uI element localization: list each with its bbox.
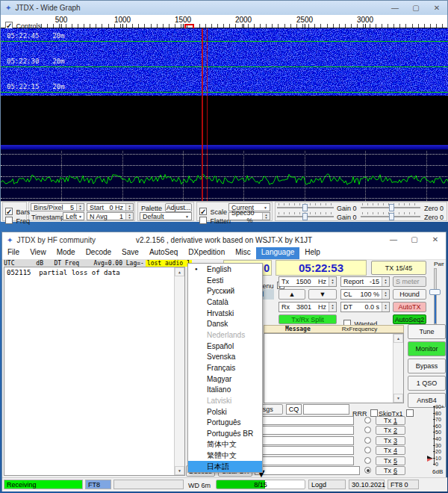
- tx-select-radio[interactable]: [364, 417, 371, 424]
- language-menu-item[interactable]: Português BR: [188, 428, 262, 439]
- bins-per-pixel-spinner[interactable]: Bins/Pixel5 ▲▼: [31, 203, 84, 211]
- language-menu-item[interactable]: Polski: [188, 406, 262, 418]
- freq-up-button[interactable]: ▲: [279, 289, 305, 300]
- tx-select-radio[interactable]: [364, 457, 371, 464]
- spin-arrows-icon[interactable]: ▲▼: [382, 277, 389, 286]
- spin-arrows-icon[interactable]: ▲▼: [125, 204, 133, 211]
- menu-item[interactable]: Misc: [230, 247, 256, 259]
- pwr-slider-thumb[interactable]: [429, 289, 441, 295]
- menu-item[interactable]: Save: [116, 247, 144, 259]
- side-button[interactable]: 1 QSO: [408, 376, 446, 391]
- menu-item[interactable]: Language: [256, 247, 300, 259]
- language-menu-item[interactable]: Русский: [188, 285, 262, 297]
- language-menu-item[interactable]: Dansk: [188, 318, 262, 329]
- wide-graph-titlebar[interactable]: ✦ JTDX - Wide Graph — ▢ ✕: [1, 1, 447, 15]
- spin-arrows-icon[interactable]: ▲▼: [76, 204, 84, 211]
- menu-item[interactable]: Mode: [52, 247, 81, 259]
- frequency-ruler[interactable]: Controls 50010001500200025003000: [1, 15, 447, 28]
- tx-select-radio[interactable]: [364, 467, 371, 474]
- spin-arrows-icon[interactable]: ▲▼: [262, 213, 270, 220]
- start-hz-spinner[interactable]: Start0 Hz ▲▼: [87, 203, 134, 211]
- autotx-button[interactable]: AutoTX: [393, 302, 426, 312]
- rx-hz-spinner[interactable]: Rx3801Hz ▲▼: [279, 302, 337, 312]
- spin-arrows-icon[interactable]: ▲▼: [125, 213, 133, 220]
- navg-spinner[interactable]: N Avg1 ▲▼: [87, 212, 134, 220]
- menu-item[interactable]: View: [25, 247, 52, 259]
- spec-spinner[interactable]: Spec30 % ▲▼: [228, 212, 270, 220]
- spin-arrows-icon[interactable]: ▲▼: [382, 290, 389, 299]
- scroll-down-icon[interactable]: ▼: [393, 394, 403, 403]
- autoseq2-button[interactable]: AutoSeq2: [393, 314, 426, 324]
- language-menu-item[interactable]: Nederlands: [188, 329, 262, 341]
- spin-arrows-icon[interactable]: ▲▼: [382, 303, 389, 311]
- language-menu-item[interactable]: Português: [188, 418, 262, 429]
- hound-button[interactable]: Hound: [393, 289, 426, 300]
- tx-period-button[interactable]: TX 15/45: [371, 261, 426, 275]
- cq-dir-input[interactable]: [303, 404, 349, 415]
- language-menu-item[interactable]: Magyar: [188, 373, 262, 385]
- spin-arrows-icon[interactable]: ▲▼: [329, 303, 336, 311]
- chevron-down-icon[interactable]: ▼: [255, 466, 360, 475]
- language-menu-item[interactable]: 日本語: [188, 461, 262, 472]
- language-menu-item[interactable]: Svenska: [188, 352, 262, 363]
- dt-spinner[interactable]: DT0.0 s ▲▼: [340, 302, 390, 312]
- side-button[interactable]: Bypass: [408, 359, 446, 373]
- pwr-slider[interactable]: [434, 268, 437, 324]
- chevron-down-icon[interactable]: ▼: [252, 426, 354, 435]
- tx-send-button[interactable]: Tx3: [376, 436, 405, 445]
- cl-spinner[interactable]: CL100 % ▲▼: [340, 289, 390, 300]
- maximize-icon[interactable]: ▢: [405, 1, 426, 15]
- language-menu-item[interactable]: 简体中文: [188, 439, 262, 450]
- tx-send-button[interactable]: Tx4: [376, 446, 405, 455]
- language-menu-item[interactable]: Français: [188, 362, 262, 373]
- flatten-checkbox[interactable]: Flatten: [199, 213, 231, 226]
- freq-down-button[interactable]: ▼: [308, 289, 337, 300]
- chevron-down-icon[interactable]: ▼: [252, 416, 354, 425]
- language-menu-item[interactable]: Español: [188, 341, 262, 352]
- minimize-icon[interactable]: —: [385, 1, 405, 15]
- freq-checkbox[interactable]: Freq: [5, 213, 30, 226]
- main-titlebar[interactable]: ✦ JTDX by HF community v2.2.156 , deriva…: [2, 232, 446, 247]
- menu-item[interactable]: File: [2, 247, 25, 259]
- language-menu-item[interactable]: Italiano: [188, 385, 262, 396]
- language-menu-item[interactable]: 繁體中文: [188, 450, 262, 462]
- language-menu-item[interactable]: Català: [188, 297, 262, 308]
- menu-item[interactable]: Help: [299, 247, 326, 259]
- zero-slider-2[interactable]: [361, 212, 420, 220]
- cq-box[interactable]: CQ: [286, 404, 302, 415]
- palette-adjust-button[interactable]: Adjust...: [165, 203, 192, 212]
- chevron-down-icon[interactable]: ▼: [252, 456, 354, 465]
- report-spinner[interactable]: Report-15 ▲▼: [340, 276, 390, 287]
- gain-slider-2[interactable]: [277, 212, 334, 220]
- tx-select-radio[interactable]: [364, 427, 371, 433]
- tx-send-button[interactable]: Tx6: [376, 466, 405, 475]
- timestamp-combo[interactable]: Left▼: [63, 212, 84, 220]
- menu-item[interactable]: DXpedition: [183, 247, 230, 259]
- tx-send-button[interactable]: Tx1: [376, 416, 405, 425]
- language-menu-item[interactable]: Hrvatski: [188, 308, 262, 319]
- txrx-split-button[interactable]: Tx/Rx Split: [279, 314, 337, 324]
- language-menu-item[interactable]: Latviski: [188, 395, 262, 406]
- close-icon[interactable]: ✕: [426, 1, 447, 15]
- tx-hz-spinner[interactable]: Tx1500Hz ▲▼: [279, 276, 337, 287]
- zero-slider-1[interactable]: [361, 203, 420, 211]
- gain-slider-1[interactable]: [277, 203, 334, 211]
- spin-arrows-icon[interactable]: ▲▼: [329, 277, 336, 286]
- menu-item[interactable]: Decode: [81, 247, 116, 259]
- side-button[interactable]: Tune: [408, 324, 446, 339]
- scroll-up-icon[interactable]: ▲: [393, 334, 403, 343]
- chevron-down-icon[interactable]: ▼: [252, 446, 354, 455]
- waterfall-display[interactable]: 05:22:45 20m 05:22:30 20m 05:22:15 20m: [1, 28, 448, 201]
- chevron-down-icon[interactable]: ▼: [252, 436, 354, 445]
- language-menu-item[interactable]: English: [188, 264, 262, 275]
- side-button[interactable]: Monitor: [408, 341, 446, 356]
- tx-send-button[interactable]: Tx2: [376, 426, 405, 435]
- tx-select-radio[interactable]: [364, 447, 371, 453]
- menu-item[interactable]: AutoSeq: [144, 247, 183, 259]
- palette-combo[interactable]: Default▼: [140, 212, 192, 220]
- tx-select-radio[interactable]: [364, 437, 371, 444]
- tx-send-button[interactable]: Tx5: [376, 456, 405, 465]
- message-list[interactable]: ▲ ▼: [264, 333, 404, 403]
- message-scrollbar[interactable]: ▲ ▼: [393, 334, 403, 403]
- language-menu-item[interactable]: Eesti: [188, 275, 262, 286]
